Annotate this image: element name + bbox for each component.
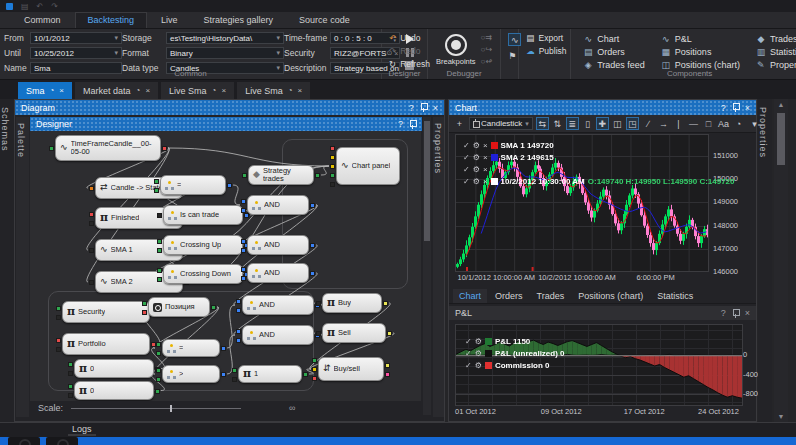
input-port[interactable] — [330, 182, 335, 187]
input-port[interactable] — [236, 329, 241, 334]
dropdown-arrow-icon[interactable]: ▾ — [276, 49, 280, 57]
visible-check-icon[interactable]: ✓ — [465, 337, 472, 346]
pin-icon[interactable] — [409, 120, 416, 129]
output-port[interactable] — [244, 213, 249, 218]
help-icon[interactable]: ? — [398, 119, 403, 129]
result-tab-trades[interactable]: Trades — [531, 289, 571, 303]
export-button[interactable]: ▤Export — [526, 33, 563, 43]
tab-help-icon[interactable]: ◔ — [212, 86, 217, 95]
quickaccess-redo-icon[interactable]: ↷ — [51, 2, 58, 11]
input-port[interactable] — [154, 188, 159, 193]
dropdown-arrow-icon[interactable]: ▾ — [114, 49, 118, 57]
input-port[interactable] — [142, 301, 147, 306]
settings-gear-icon[interactable]: ⚙ — [473, 141, 480, 150]
chart-tool-2-icon[interactable]: | — [672, 117, 685, 130]
storage-field[interactable]: es\Testing\HistoryData\▾ — [166, 32, 284, 44]
node-z1[interactable]: π0 — [74, 359, 154, 378]
output-port[interactable] — [385, 363, 390, 368]
chart-toggle-3-icon[interactable]: ▯ — [581, 117, 594, 130]
format-field[interactable]: Binary▾ — [166, 47, 284, 59]
dropdown-arrow-icon[interactable]: ▾ — [114, 34, 118, 42]
result-tab-positions-chart-[interactable]: Positions (chart) — [572, 289, 649, 303]
help-icon[interactable]: ? — [721, 103, 726, 113]
input-port[interactable] — [154, 179, 159, 184]
input-port[interactable] — [330, 146, 335, 151]
scale-slider[interactable] — [71, 408, 241, 409]
tab-help-icon[interactable]: ◔ — [50, 86, 55, 95]
input-port[interactable] — [312, 376, 317, 381]
taskbar-app-icon[interactable] — [46, 437, 78, 445]
chart-tool-3-icon[interactable]: — — [687, 117, 700, 130]
output-port[interactable] — [221, 372, 226, 377]
remove-icon[interactable]: × — [483, 141, 488, 150]
output-port[interactable] — [383, 301, 388, 306]
input-port[interactable] — [242, 173, 247, 178]
flag-icon[interactable]: ⚑ — [508, 51, 511, 61]
output-port[interactable] — [310, 271, 315, 276]
component-p-l[interactable]: ∿P&L — [661, 34, 740, 44]
input-port[interactable] — [232, 368, 237, 373]
diagram-scrollbar[interactable] — [423, 117, 431, 415]
step-out-button[interactable]: ○↫ — [481, 57, 493, 66]
scroll-up-icon[interactable]: ▲ — [774, 101, 788, 108]
quickaccess-save-icon[interactable]: ▤ — [21, 2, 29, 11]
input-port[interactable] — [68, 384, 73, 389]
output-port[interactable] — [310, 203, 315, 208]
input-port[interactable] — [232, 377, 237, 382]
settings-gear-icon[interactable]: ⚙ — [473, 165, 480, 174]
doc-tab-live-sma[interactable]: Live Sma◔× — [161, 82, 234, 99]
input-port[interactable] — [241, 199, 246, 204]
node-p1[interactable]: π1 — [238, 365, 302, 383]
result-tab-statistics[interactable]: Statistics — [651, 289, 699, 303]
dropdown-arrow-icon[interactable]: ▾ — [276, 34, 280, 42]
chart-tool-4-icon[interactable]: □ — [702, 117, 715, 130]
step-into-button[interactable]: ○⇉ — [481, 33, 493, 42]
tab-help-icon[interactable]: ◔ — [288, 86, 293, 95]
until-field[interactable]: 10/25/2012▾ — [30, 47, 122, 59]
input-port[interactable] — [330, 164, 335, 169]
node-cd[interactable]: Crossing Down — [163, 264, 243, 284]
chart-tool-1-icon[interactable]: → — [657, 117, 670, 130]
visible-check-icon[interactable]: ✓ — [463, 177, 470, 186]
node-a4[interactable]: AND — [242, 295, 314, 315]
settings-gear-icon[interactable]: ⚙ — [475, 337, 482, 346]
pin-icon[interactable] — [732, 309, 739, 318]
output-port[interactable] — [155, 389, 160, 394]
settings-gear-icon[interactable]: ⚙ — [475, 349, 482, 358]
node-a3[interactable]: AND — [247, 263, 309, 283]
input-port[interactable] — [157, 268, 162, 273]
input-port[interactable] — [89, 212, 94, 217]
remove-icon[interactable]: × — [483, 165, 488, 174]
input-port[interactable] — [312, 358, 317, 363]
settings-gear-icon[interactable]: ⚙ — [475, 361, 482, 370]
schemas-rail[interactable]: Schemas — [0, 99, 14, 422]
input-port[interactable] — [241, 208, 246, 213]
input-port[interactable] — [316, 301, 321, 306]
input-port[interactable] — [157, 239, 162, 244]
node-a2[interactable]: AND — [247, 235, 309, 255]
input-port[interactable] — [89, 248, 94, 253]
settings-gear-icon[interactable]: ⚙ — [473, 153, 480, 162]
help-icon[interactable]: ? — [409, 103, 414, 113]
node-cu[interactable]: Crossing Up — [163, 235, 243, 255]
chart-toggle-1-icon[interactable]: ⇅ — [551, 117, 564, 130]
node-pf[interactable]: πPortfolio — [62, 333, 150, 355]
result-tab-chart[interactable]: Chart — [453, 289, 487, 303]
add-series-button[interactable]: + — [453, 117, 466, 130]
input-port[interactable] — [68, 393, 73, 398]
close-icon[interactable]: × — [745, 103, 750, 113]
publish-button[interactable]: ☁Publish — [526, 46, 563, 56]
input-port[interactable] — [68, 362, 73, 367]
node-tfc[interactable]: ∿TimeFrameCandle__00-05-00 — [55, 135, 161, 161]
tab-close-icon[interactable]: × — [298, 86, 303, 95]
input-port[interactable] — [89, 280, 94, 285]
diagram-canvas[interactable]: ∿TimeFrameCandle__00-05-00⇄Candle -> Sta… — [30, 131, 421, 401]
chart-toggle-2-icon[interactable]: ≣ — [566, 117, 579, 130]
palette-rail[interactable]: Palette — [16, 117, 29, 417]
fit-view-icon[interactable]: ∞ — [289, 403, 295, 413]
diagram-properties-rail[interactable]: Properties — [433, 117, 444, 417]
input-port[interactable] — [156, 377, 161, 382]
chart-tool-0-icon[interactable]: ∕ — [642, 117, 655, 130]
quickaccess-undo-icon[interactable]: ↶ — [37, 2, 44, 11]
chart-tool-5-icon[interactable]: Aa — [717, 117, 730, 130]
